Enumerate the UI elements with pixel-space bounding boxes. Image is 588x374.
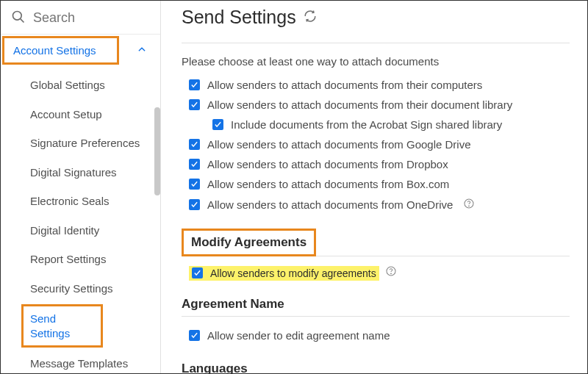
checkbox[interactable] [189,199,200,210]
checkbox[interactable] [189,99,200,110]
modify-agreements-body: Allow senders to modify agreements [182,256,570,281]
sidebar-item-label: Digital Signatures [30,166,117,179]
attach-option-label: Allow senders to attach documents from D… [207,158,448,170]
agreement-name-heading: Agreement Name [182,297,570,317]
sidebar-item-label: Report Settings [30,253,106,265]
sidebar-item-security-settings[interactable]: Security Settings [1,274,160,303]
main-content: Send Settings Please choose at least one… [161,1,587,373]
agreement-name-body: Allow sender to edit agreement name [182,317,570,345]
help-icon[interactable] [460,198,475,212]
sidebar-item-label: Signature Preferences [30,137,140,149]
sidebar-item-account-setup[interactable]: Account Setup [1,100,160,129]
checkbox[interactable] [212,119,223,130]
refresh-icon[interactable] [304,10,317,25]
sidebar-item-message-templates[interactable]: Message Templates [1,349,160,373]
checkbox[interactable] [189,179,200,190]
checkbox[interactable] [189,79,200,90]
sidebar: Account Settings Global Settings Account… [1,1,161,373]
sidebar-nav: Global Settings Account Setup Signature … [1,66,160,373]
attach-options-list: Allow senders to attach documents from t… [182,75,570,215]
attach-option: Allow senders to attach documents from B… [189,174,570,194]
sidebar-item-label: Send Settings [30,312,70,339]
search-row [1,1,160,35]
sidebar-item-digital-signatures[interactable]: Digital Signatures [1,158,160,187]
agreement-name-option-label: Allow sender to edit agreement name [207,329,390,342]
sidebar-section-label: Account Settings [13,44,96,57]
attach-option-label: Allow senders to attach documents from t… [207,79,482,91]
svg-point-5 [390,273,391,274]
page-title: Send Settings [182,7,296,28]
attach-option-label: Allow senders to attach documents from O… [207,198,453,211]
attach-intro: Please choose at least one way to attach… [182,55,570,68]
svg-line-1 [21,19,24,23]
attach-option-label: Allow senders to attach documents from B… [207,178,449,190]
languages-heading: Languages [182,362,570,374]
checkbox[interactable] [192,267,203,278]
modify-agreements-heading: Modify Agreements [182,229,316,256]
sidebar-item-digital-identity[interactable]: Digital Identity [1,216,160,245]
checkbox[interactable] [189,139,200,150]
attach-option: Allow senders to attach documents from G… [189,134,570,154]
attach-option-label: Include documents from the Acrobat Sign … [231,118,502,131]
modify-option-row: Allow senders to modify agreements [189,266,379,281]
scrollbar-thumb[interactable] [154,107,160,195]
agreement-name-option: Allow sender to edit agreement name [189,326,570,345]
sidebar-item-signature-preferences[interactable]: Signature Preferences [1,129,160,158]
checkbox[interactable] [189,159,200,170]
sidebar-item-label: Electronic Seals [30,195,110,207]
sidebar-item-electronic-seals[interactable]: Electronic Seals [1,187,160,216]
sidebar-item-label: Account Setup [30,108,102,121]
sidebar-item-label: Message Templates [30,357,128,370]
sidebar-item-send-settings[interactable]: Send Settings [21,304,103,348]
checkbox[interactable] [189,330,200,341]
attach-option-label: Allow senders to attach documents from G… [207,138,471,151]
attach-option-label: Allow senders to attach documents from t… [207,98,512,111]
help-icon[interactable] [382,267,397,279]
svg-point-0 [13,12,22,21]
search-input[interactable] [33,10,150,26]
sidebar-item-label: Global Settings [30,79,105,91]
attach-option: Allow senders to attach documents from t… [189,95,570,115]
sidebar-item-label: Security Settings [30,282,113,295]
attach-option: Allow senders to attach documents from t… [189,75,570,95]
chevron-up-icon[interactable] [137,44,147,57]
sidebar-section-account-settings[interactable]: Account Settings [2,36,119,65]
attach-option: Allow senders to attach documents from O… [189,194,570,215]
search-icon [11,10,26,26]
sidebar-item-label: Digital Identity [30,224,99,237]
sidebar-item-report-settings[interactable]: Report Settings [1,245,160,274]
attach-option-sub: Include documents from the Acrobat Sign … [189,115,570,134]
svg-point-3 [469,206,470,206]
attach-option: Allow senders to attach documents from D… [189,154,570,174]
sidebar-item-global-settings[interactable]: Global Settings [1,71,160,100]
page-title-row: Send Settings [182,4,570,43]
modify-option-label: Allow senders to modify agreements [210,267,376,279]
